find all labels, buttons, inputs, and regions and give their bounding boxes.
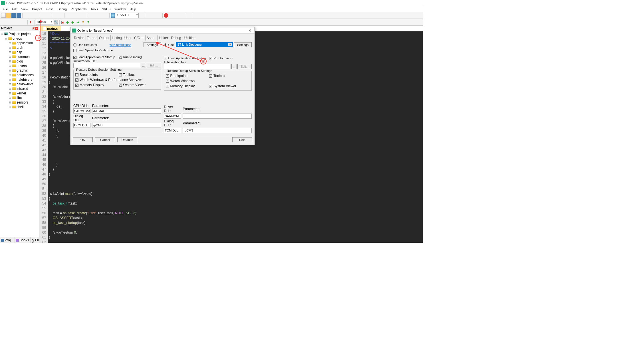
uncomment-icon[interactable]: [104, 13, 108, 18]
dlg-dll-r[interactable]: [164, 128, 181, 133]
options-target-icon[interactable]: 🔧: [54, 20, 58, 25]
save-all-icon[interactable]: [17, 13, 21, 18]
rec2-icon[interactable]: [169, 13, 173, 18]
menu-svcs[interactable]: SVCS: [100, 7, 112, 11]
chk-sim-run[interactable]: [119, 56, 122, 59]
chk-dbg-md[interactable]: [166, 85, 169, 88]
comment-icon[interactable]: [98, 13, 103, 18]
dtab-user[interactable]: User: [123, 35, 133, 41]
outdent-icon[interactable]: [93, 13, 98, 18]
editor-tab-main[interactable]: main.c: [40, 26, 61, 31]
new-icon[interactable]: [1, 13, 6, 18]
chk-sim-ww[interactable]: [75, 78, 78, 82]
tree-folder[interactable]: ⊞hal/devices: [1, 73, 39, 77]
tree-folder[interactable]: ⊞infrared: [1, 86, 39, 91]
tree-target[interactable]: ⊟oneos: [1, 36, 39, 41]
chk-sim-load[interactable]: [73, 56, 76, 59]
tree-folder[interactable]: ⊞hal/drivers: [1, 77, 39, 82]
paste-icon[interactable]: [34, 13, 39, 18]
redo-icon[interactable]: [46, 13, 51, 18]
chk-dbg-run[interactable]: [209, 57, 212, 60]
close-panel-icon[interactable]: ×: [35, 27, 38, 30]
nav-back-icon[interactable]: [53, 13, 58, 18]
pack3-icon[interactable]: ➜: [76, 20, 81, 25]
dialog-close-icon[interactable]: ✕: [247, 28, 253, 33]
menu-project[interactable]: Project: [30, 7, 43, 11]
cut-icon[interactable]: [24, 13, 28, 18]
tree-folder[interactable]: ⊞shell: [1, 105, 39, 109]
menu-file[interactable]: File: [1, 7, 10, 11]
tree-folder[interactable]: ⊞hal/lowlevel: [1, 82, 39, 86]
tree-folder[interactable]: ⊞application: [1, 41, 39, 45]
radio-use-debugger[interactable]: [164, 43, 167, 46]
bookmark-icon[interactable]: [66, 13, 70, 18]
chk-dbg-bp[interactable]: [166, 74, 169, 78]
chk-sim-bp[interactable]: [75, 73, 78, 76]
cpu-dll[interactable]: [73, 108, 90, 114]
tree-folder[interactable]: ⊞sensors: [1, 100, 39, 105]
dbg-edit-button[interactable]: Edit...: [237, 64, 252, 69]
tab-books[interactable]: Books: [15, 237, 30, 243]
tab-project[interactable]: Proj...: [0, 237, 15, 243]
chk-dbg-load[interactable]: [164, 57, 167, 60]
batch-build-icon[interactable]: [17, 20, 21, 25]
project-tree[interactable]: ⊟✦Project: project ⊟oneos ⊞application⊞a…: [0, 31, 39, 237]
analyze-icon[interactable]: [157, 13, 161, 18]
menu-view[interactable]: View: [20, 7, 30, 11]
tree-folder[interactable]: ⊞graphic: [1, 68, 39, 73]
dbg-settings-button[interactable]: Settings: [234, 42, 252, 47]
dtab-listing[interactable]: Listing: [110, 35, 123, 41]
tree-folder[interactable]: ⊞kernel: [1, 91, 39, 96]
rec3-icon[interactable]: [174, 13, 179, 18]
tree-folder[interactable]: ⊞common: [1, 54, 39, 59]
dtab-cpp[interactable]: C/C++: [133, 35, 145, 41]
menu-debug[interactable]: Debug: [56, 7, 68, 11]
target-combo[interactable]: oneos: [36, 20, 53, 25]
defaults-button[interactable]: Defaults: [117, 137, 137, 142]
debugger-combo[interactable]: ST-Link Debugger: [176, 42, 233, 47]
pin-icon[interactable]: 📌: [32, 27, 35, 30]
build-icon[interactable]: [6, 20, 11, 25]
chk-sim-tb[interactable]: [119, 73, 122, 76]
restrictions-link[interactable]: with restrictions: [110, 43, 131, 46]
pack2-icon[interactable]: ◆: [71, 20, 76, 25]
undo-icon[interactable]: [41, 13, 46, 18]
tree-folder[interactable]: ⊞bsp: [1, 50, 39, 54]
chk-dbg-tb[interactable]: [209, 74, 212, 78]
tree-folder[interactable]: ⊞dlog: [1, 59, 39, 64]
chk-sim-md[interactable]: [75, 84, 78, 87]
bookmark-prev-icon[interactable]: [71, 13, 75, 18]
dlg-param-l[interactable]: [92, 123, 161, 128]
chk-dbg-ww[interactable]: [166, 80, 169, 83]
manage-icon[interactable]: ▣: [61, 20, 65, 25]
bookmark-next-icon[interactable]: [76, 13, 80, 18]
cpu-param[interactable]: [92, 108, 161, 114]
find-in-files-icon[interactable]: [139, 13, 144, 18]
menu-flash[interactable]: Flash: [44, 7, 55, 11]
dbg-browse-button[interactable]: ...: [231, 64, 237, 69]
dtab-linker[interactable]: Linker: [158, 35, 169, 41]
ok-button[interactable]: OK: [73, 137, 93, 142]
indent-icon[interactable]: [88, 13, 93, 18]
menu-window[interactable]: Window: [113, 7, 127, 11]
pack5-icon[interactable]: ⬆: [86, 20, 91, 25]
sim-browse-button[interactable]: ...: [141, 63, 146, 68]
tree-root[interactable]: ⊟✦Project: project: [1, 32, 39, 36]
pack4-icon[interactable]: ⬆: [81, 20, 86, 25]
tree-folder[interactable]: ⊞arch: [1, 45, 39, 50]
menu-tools[interactable]: Tools: [89, 7, 100, 11]
save-icon[interactable]: [11, 13, 16, 18]
drv-dll[interactable]: [164, 114, 181, 119]
dtab-utilities[interactable]: Utilities: [183, 35, 197, 41]
cancel-button[interactable]: Cancel: [95, 137, 115, 142]
menu-edit[interactable]: Edit: [10, 7, 19, 11]
tree-folder[interactable]: ⊞drivers: [1, 64, 39, 68]
chk-limit-speed[interactable]: [73, 49, 76, 52]
sim-edit-button[interactable]: Edit...: [147, 63, 161, 68]
dtab-debug[interactable]: Debug: [169, 35, 183, 41]
debug-icon[interactable]: [146, 13, 151, 18]
copy-icon[interactable]: [29, 13, 33, 18]
translate-icon[interactable]: [1, 20, 6, 25]
dbg-init-file[interactable]: [164, 64, 231, 69]
nav-fwd-icon[interactable]: [58, 13, 63, 18]
